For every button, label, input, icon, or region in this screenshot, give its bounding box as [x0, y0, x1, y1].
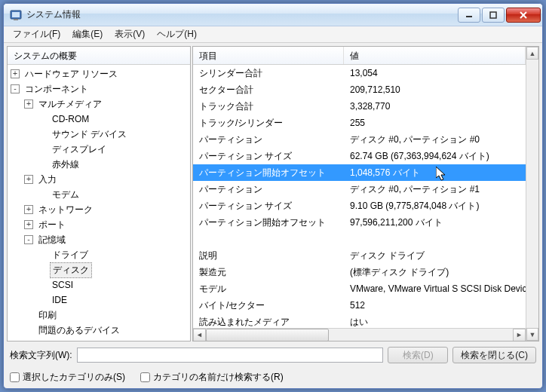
list-row[interactable]: パーティションディスク #0, パーティション #1 — [193, 181, 526, 198]
tree-node-label[interactable]: 記憶域 — [36, 233, 68, 247]
list-row[interactable]: 製造元(標準ディスク ドライブ) — [193, 264, 526, 280]
list-row[interactable]: トラック合計3,328,770 — [193, 98, 526, 115]
svg-rect-1 — [12, 12, 20, 17]
list-row[interactable] — [193, 231, 526, 247]
tree-body[interactable]: +ハードウェア リソース-コンポーネント+マルチメディアCD-ROMサウンド デ… — [8, 65, 190, 341]
cell-value: はい — [344, 316, 526, 329]
tree-node[interactable]: +マルチメディア — [8, 96, 190, 112]
search-button[interactable]: 検索(D) — [388, 347, 448, 363]
tree-node[interactable]: CD-ROM — [8, 112, 190, 127]
tree-node-label[interactable]: 赤外線 — [50, 158, 81, 172]
tree-node-label[interactable]: 入力 — [36, 173, 59, 187]
tree-node[interactable]: +ネットワーク — [8, 202, 190, 217]
cell-item: 説明 — [193, 250, 344, 262]
menu-edit[interactable]: 編集(E) — [66, 26, 109, 42]
cell-item: モデル — [193, 283, 344, 296]
tree-node[interactable]: +ハードウェア リソース — [8, 66, 190, 81]
tree-node-label[interactable]: 問題のあるデバイス — [36, 323, 122, 338]
scroll-thumb[interactable] — [206, 329, 329, 341]
list-row[interactable]: パーティション開始オフセット97,596,211,200 バイト — [193, 214, 526, 231]
scroll-left-arrow-icon[interactable]: ◄ — [193, 329, 206, 341]
menu-help[interactable]: ヘルプ(H) — [151, 26, 203, 42]
tree-node-label[interactable]: マルチメディア — [36, 97, 104, 112]
close-search-button[interactable]: 検索を閉じる(C) — [452, 347, 536, 363]
selected-category-only-check[interactable]: 選択したカテゴリのみ(S) — [10, 371, 125, 384]
tree-node[interactable]: 問題のあるデバイス — [8, 323, 190, 338]
scroll-down-arrow-icon[interactable]: ▼ — [526, 328, 538, 341]
tree-node-label[interactable]: コンポーネント — [23, 82, 90, 96]
tree-node-label[interactable]: モデム — [50, 188, 81, 202]
tree-node-label[interactable]: ハードウェア リソース — [23, 67, 120, 81]
cell-item: トラック合計 — [193, 100, 344, 113]
column-item[interactable]: 項目 — [193, 47, 344, 64]
list-row[interactable]: セクター合計209,712,510 — [193, 81, 526, 98]
tree-node[interactable]: +ポート — [8, 217, 190, 232]
expand-icon[interactable]: + — [24, 175, 33, 184]
tree-node-label[interactable]: USB — [36, 339, 60, 341]
name-only-checkbox[interactable] — [140, 372, 150, 382]
list-row[interactable]: 読み込まれたメディアはい — [193, 314, 526, 328]
tree-node-label[interactable]: サウンド デバイス — [50, 127, 129, 142]
expand-icon[interactable]: + — [11, 69, 20, 78]
tree-node[interactable]: 赤外線 — [8, 157, 190, 172]
list-row[interactable]: パーティション開始オフセット1,048,576 バイト — [193, 164, 526, 181]
tree-node-label[interactable]: CD-ROM — [50, 113, 91, 125]
tree-node[interactable]: ディスク — [8, 262, 190, 277]
tree-node[interactable]: IDE — [8, 292, 190, 308]
menu-view[interactable]: 表示(V) — [109, 26, 151, 42]
expand-icon[interactable]: + — [24, 100, 33, 109]
list-row[interactable]: モデルVMware, VMware Virtual S SCSI Disk De… — [193, 280, 526, 297]
list-row[interactable]: シリンダー合計13,054 — [193, 65, 526, 81]
tree-node-label[interactable]: ネットワーク — [36, 203, 95, 217]
tree-node[interactable]: -記憶域 — [8, 232, 190, 247]
column-value[interactable]: 値 — [344, 47, 526, 64]
titlebar[interactable]: システム情報 — [4, 4, 542, 26]
tree-node[interactable]: SCSI — [8, 277, 190, 292]
name-only-label: カテゴリの名前だけ検索する(R) — [153, 371, 284, 384]
tree-header[interactable]: システムの概要 — [8, 47, 190, 65]
list-body[interactable]: シリンダー合計13,054セクター合計209,712,510トラック合計3,32… — [193, 65, 526, 328]
tree-node[interactable]: 印刷 — [8, 308, 190, 323]
list-row[interactable]: バイト/セクター512 — [193, 297, 526, 314]
close-button[interactable] — [506, 8, 541, 23]
vertical-scrollbar[interactable]: ▲ ▼ — [526, 47, 538, 341]
split-panes: システムの概要 +ハードウェア リソース-コンポーネント+マルチメディアCD-R… — [7, 46, 539, 341]
expand-icon[interactable]: + — [24, 205, 33, 214]
list-row[interactable]: パーティション サイズ9.10 GB (9,775,874,048 バイト) — [193, 198, 526, 214]
list-row[interactable]: パーティション サイズ62.74 GB (67,363,994,624 バイト) — [193, 148, 526, 164]
name-only-check[interactable]: カテゴリの名前だけ検索する(R) — [140, 371, 284, 384]
collapse-icon[interactable]: - — [24, 235, 33, 244]
tree-node-label[interactable]: ドライブ — [50, 248, 90, 262]
tree-node[interactable]: USB — [8, 338, 190, 341]
content-area: システムの概要 +ハードウェア リソース-コンポーネント+マルチメディアCD-R… — [4, 43, 542, 388]
selected-category-only-checkbox[interactable] — [10, 372, 20, 382]
tree-node-label[interactable]: IDE — [50, 294, 69, 306]
search-input[interactable] — [77, 348, 384, 363]
tree-node-label[interactable]: ディスプレイ — [50, 142, 109, 157]
window-title: システム情報 — [26, 8, 458, 21]
tree-node[interactable]: -コンポーネント — [8, 81, 190, 96]
list-row[interactable]: パーティションディスク #0, パーティション #0 — [193, 131, 526, 148]
expand-icon[interactable]: + — [24, 220, 33, 229]
collapse-icon[interactable]: - — [11, 84, 20, 93]
tree-node[interactable]: ディスプレイ — [8, 142, 190, 157]
menu-file[interactable]: ファイル(F) — [7, 26, 66, 42]
cell-value: 1,048,576 バイト — [344, 167, 526, 179]
tree-node-label[interactable]: SCSI — [50, 279, 75, 291]
list-row[interactable]: 説明ディスク ドライブ — [193, 247, 526, 264]
tree-node-label[interactable]: ポート — [36, 218, 68, 232]
maximize-button[interactable] — [482, 8, 505, 23]
horizontal-scrollbar[interactable]: ◄ ► — [193, 328, 526, 341]
tree-node[interactable]: +入力 — [8, 172, 190, 187]
scroll-up-arrow-icon[interactable]: ▲ — [526, 47, 538, 60]
tree-node[interactable]: サウンド デバイス — [8, 127, 190, 142]
scroll-right-arrow-icon[interactable]: ► — [513, 329, 526, 341]
cell-value: 97,596,211,200 バイト — [344, 216, 526, 229]
tree-node-label[interactable]: 印刷 — [36, 308, 59, 323]
tree-node[interactable]: モデム — [8, 187, 190, 202]
tree-node[interactable]: ドライブ — [8, 247, 190, 262]
list-row[interactable]: トラック/シリンダー255 — [193, 115, 526, 131]
minimize-button[interactable] — [458, 8, 480, 23]
tree-node-label[interactable]: ディスク — [50, 262, 92, 278]
cell-item: パーティション — [193, 183, 344, 196]
